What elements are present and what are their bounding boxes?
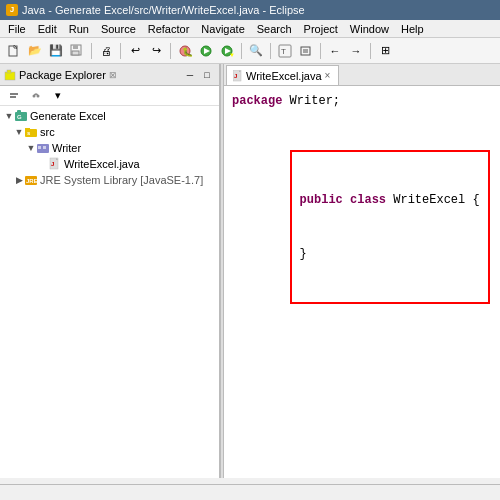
svg-text:G: G [17, 114, 22, 120]
toolbar-separator-3 [170, 43, 171, 59]
svg-text:🐛: 🐛 [182, 46, 192, 58]
app-icon: J [6, 4, 18, 16]
tb-search-button[interactable]: 🔍 [246, 41, 266, 61]
menu-help[interactable]: Help [395, 22, 430, 36]
package-explorer-title: Package Explorer ⊠ [4, 69, 117, 81]
svg-point-21 [33, 94, 36, 97]
svg-text:T: T [281, 47, 286, 56]
tab-label: WriteExcel.java [246, 70, 322, 82]
menu-search[interactable]: Search [251, 22, 298, 36]
tree-item-src[interactable]: ▼ s src [0, 124, 219, 140]
svg-rect-14 [301, 47, 310, 55]
tb-open-button[interactable]: 📂 [25, 41, 45, 61]
svg-rect-3 [73, 45, 78, 49]
code-line-3: public class WriteExcel { [300, 191, 480, 209]
code-package-keyword: package [232, 94, 282, 108]
tb-debug-button[interactable]: 🐛 [175, 41, 195, 61]
tb-new-button[interactable] [4, 41, 24, 61]
svg-text:JRE: JRE [26, 178, 38, 184]
tree-toolbar: ▾ [0, 86, 219, 106]
tb-open-resource-button[interactable] [296, 41, 316, 61]
keyword-class: class [350, 193, 386, 207]
collapse-all-button[interactable] [4, 86, 24, 106]
tb-print-button[interactable]: 🖨 [96, 41, 116, 61]
link-editor-button[interactable] [26, 86, 46, 106]
tb-run-ext-button[interactable]: ▼ [217, 41, 237, 61]
jre-icon: JRE [24, 173, 38, 187]
tb-run-button[interactable] [196, 41, 216, 61]
keyword-public: public [300, 193, 343, 207]
view-menu-button[interactable]: ▾ [48, 86, 68, 106]
svg-point-22 [37, 94, 40, 97]
code-line-1: package Writer; [232, 92, 492, 110]
code-line-4: } [300, 245, 480, 263]
project-icon: G [14, 109, 28, 123]
svg-rect-31 [43, 146, 46, 149]
status-bar [0, 484, 500, 500]
highlight-box: public class WriteExcel { } [290, 150, 490, 304]
tree-item-jre[interactable]: ▶ JRE JRE System Library [JavaSE-1.7] [0, 172, 219, 188]
menu-project[interactable]: Project [298, 22, 344, 36]
tb-save-button[interactable]: 💾 [46, 41, 66, 61]
package-icon [4, 69, 16, 81]
tb-redo-button[interactable]: ↪ [146, 41, 166, 61]
panel-actions: ─ □ [182, 67, 215, 83]
java-tab-icon: J [233, 70, 243, 82]
editor-tab-writeexcel[interactable]: J WriteExcel.java × [226, 65, 339, 85]
tree-item-writeexcel[interactable]: J WriteExcel.java [0, 156, 219, 172]
tb-undo-button[interactable]: ↩ [125, 41, 145, 61]
package-explorer-header: Package Explorer ⊠ ─ □ [0, 64, 219, 86]
editor-panel: J WriteExcel.java × package Writer; publ… [224, 64, 500, 478]
title-text: Java - Generate Excel/src/Writer/WriteEx… [22, 4, 305, 16]
title-bar: J Java - Generate Excel/src/Writer/Write… [0, 0, 500, 20]
src-folder-icon: s [24, 125, 38, 139]
main-toolbar: 📂 💾 🖨 ↩ ↪ 🐛 ▼ 🔍 T ← → ⊞ [0, 38, 500, 64]
toolbar-separator-1 [91, 43, 92, 59]
package-explorer-panel: Package Explorer ⊠ ─ □ ▾ ▼ [0, 64, 220, 478]
svg-rect-18 [7, 70, 11, 73]
maximize-panel-button[interactable]: □ [199, 67, 215, 83]
menu-run[interactable]: Run [63, 22, 95, 36]
menu-edit[interactable]: Edit [32, 22, 63, 36]
menu-navigate[interactable]: Navigate [195, 22, 250, 36]
toolbar-separator-5 [270, 43, 271, 59]
menu-refactor[interactable]: Refactor [142, 22, 196, 36]
svg-rect-24 [17, 110, 21, 113]
tree-area: ▼ G Generate Excel ▼ [0, 106, 219, 478]
code-highlighted-block: public class WriteExcel { } [232, 128, 492, 322]
svg-rect-4 [72, 51, 79, 55]
package-folder-icon [36, 141, 50, 155]
toolbar-separator-6 [320, 43, 321, 59]
main-area: Package Explorer ⊠ ─ □ ▾ ▼ [0, 64, 500, 478]
toolbar-separator-2 [120, 43, 121, 59]
tb-persp-button[interactable]: ⊞ [375, 41, 395, 61]
menu-window[interactable]: Window [344, 22, 395, 36]
java-file-icon: J [48, 157, 62, 171]
svg-text:J: J [51, 161, 54, 167]
toolbar-separator-7 [370, 43, 371, 59]
tree-item-generate-excel[interactable]: ▼ G Generate Excel [0, 108, 219, 124]
tb-navigate-fwd[interactable]: → [346, 41, 366, 61]
tree-item-writer[interactable]: ▼ Writer [0, 140, 219, 156]
minimize-panel-button[interactable]: ─ [182, 67, 198, 83]
tb-save-all-button[interactable] [67, 41, 87, 61]
code-line-2 [232, 110, 492, 128]
menu-bar: File Edit Run Source Refactor Navigate S… [0, 20, 500, 38]
tb-open-type-button[interactable]: T [275, 41, 295, 61]
svg-rect-30 [38, 146, 41, 149]
menu-file[interactable]: File [2, 22, 32, 36]
svg-text:▼: ▼ [229, 52, 234, 58]
svg-text:J: J [234, 73, 237, 79]
editor-content[interactable]: package Writer; public class WriteExcel … [224, 86, 500, 478]
menu-source[interactable]: Source [95, 22, 142, 36]
tab-close-button[interactable]: × [325, 70, 331, 81]
toolbar-separator-4 [241, 43, 242, 59]
tb-navigate-back[interactable]: ← [325, 41, 345, 61]
editor-tab-bar: J WriteExcel.java × [224, 64, 500, 86]
